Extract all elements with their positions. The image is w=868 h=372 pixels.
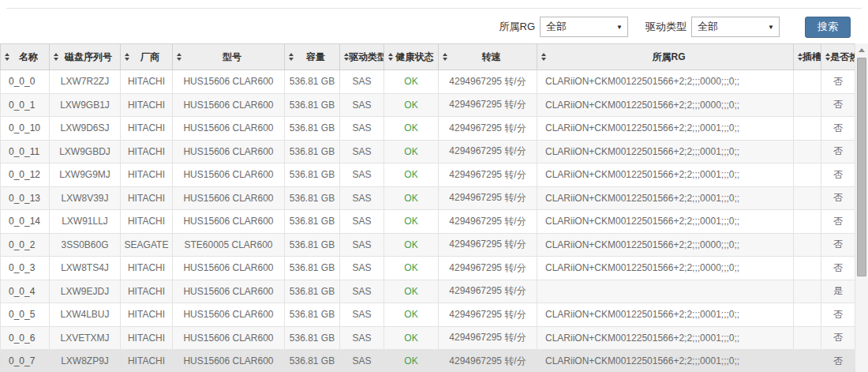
col-header-label: 型号 xyxy=(173,51,284,64)
cell-slot xyxy=(794,257,821,280)
filter-bar: 所属RG 全部 ▼ 驱动类型 全部 ▼ 搜索 xyxy=(6,8,862,43)
disk-table-wrap: 名称磁盘序列号厂商型号容量驱动类型健康状态转速所属RG插槽号是否热备盘 0_0_… xyxy=(0,43,868,372)
cell-health: OK xyxy=(384,70,439,94)
cell-model: HUS15606 CLAR600 xyxy=(173,186,285,210)
cell-speed: 4294967295 转/分 xyxy=(439,326,537,350)
vertical-scrollbar[interactable] xyxy=(855,43,868,372)
cell-drive_type: SAS xyxy=(340,163,384,187)
cell-model: HUS15606 CLAR600 xyxy=(173,257,285,280)
col-header-hot_spare[interactable]: 是否热备盘 xyxy=(821,44,855,70)
scrollbar-up-arrow-icon[interactable] xyxy=(855,43,868,56)
cell-model: HUS15606 CLAR600 xyxy=(173,350,285,372)
cell-name: 0_0_12 xyxy=(1,163,50,187)
cell-name: 0_0_1 xyxy=(1,93,50,117)
col-header-drive_type[interactable]: 驱动类型 xyxy=(340,44,384,70)
col-header-serial[interactable]: 磁盘序列号 xyxy=(50,44,121,70)
cell-name: 0_0_13 xyxy=(1,186,50,210)
cell-health: OK xyxy=(384,163,439,187)
sort-icon xyxy=(54,53,58,61)
cell-serial: LXVETXMJ xyxy=(50,326,121,350)
cell-capacity: 536.81 GB xyxy=(285,326,340,350)
cell-drive_type: SAS xyxy=(340,233,384,257)
cell-health: OK xyxy=(384,140,439,163)
table-row[interactable]: 0_0_3LXW8TS4JHITACHIHUS15606 CLAR600536.… xyxy=(1,257,855,280)
col-header-name[interactable]: 名称 xyxy=(1,44,50,70)
cell-name: 0_0_2 xyxy=(1,233,50,257)
cell-vendor: HITACHI xyxy=(121,70,173,94)
sort-icon xyxy=(177,53,181,61)
cell-hot_spare: 否 xyxy=(821,350,855,372)
table-row[interactable]: 0_0_4LXW9EJDJHITACHIHUS15606 CLAR600536.… xyxy=(1,280,855,303)
col-header-model[interactable]: 型号 xyxy=(173,44,285,70)
col-header-label: 所属RG xyxy=(537,51,793,64)
cell-speed: 4294967295 转/分 xyxy=(439,280,537,303)
scrollbar-thumb[interactable] xyxy=(857,58,866,276)
cell-capacity: 536.81 GB xyxy=(285,117,340,141)
drive-type-filter-select[interactable]: 全部 ▼ xyxy=(691,17,780,37)
table-row[interactable]: 0_0_14LXW91LLJHITACHIHUS15606 CLAR600536… xyxy=(1,210,855,234)
cell-drive_type: SAS xyxy=(340,280,384,303)
cell-name: 0_0_14 xyxy=(1,210,50,234)
cell-drive_type: SAS xyxy=(340,70,384,94)
cell-vendor: HITACHI xyxy=(121,350,173,372)
col-header-speed[interactable]: 转速 xyxy=(439,44,537,70)
cell-speed: 4294967295 转/分 xyxy=(439,350,537,372)
cell-slot xyxy=(794,210,821,234)
cell-serial: LXW7R2ZJ xyxy=(50,70,121,94)
cell-slot xyxy=(794,233,821,257)
cell-rg: CLARiiON+CKM00122501566+2;2;;;0001;;;0;; xyxy=(537,350,794,372)
col-header-vendor[interactable]: 厂商 xyxy=(121,44,173,70)
cell-serial: LXW9GBDJ xyxy=(50,140,121,163)
cell-rg: CLARiiON+CKM00122501566+2;2;;;0001;;;0;; xyxy=(537,186,794,210)
cell-hot_spare: 否 xyxy=(821,326,855,350)
cell-speed: 4294967295 转/分 xyxy=(439,163,537,187)
cell-rg: CLARiiON+CKM00122501566+2;2;;;0000;;;0;; xyxy=(537,233,794,257)
cell-vendor: HITACHI xyxy=(121,163,173,187)
col-header-rg[interactable]: 所属RG xyxy=(537,44,794,70)
table-row[interactable]: 0_0_0LXW7R2ZJHITACHIHUS15606 CLAR600536.… xyxy=(1,70,855,94)
cell-rg: CLARiiON+CKM00122501566+2;2;;;0001;;;0;; xyxy=(537,117,794,141)
table-row[interactable]: 0_0_13LXW8V39JHITACHIHUS15606 CLAR600536… xyxy=(1,186,855,210)
sort-icon xyxy=(5,53,9,61)
sort-icon xyxy=(388,53,393,61)
rg-filter-select[interactable]: 全部 ▼ xyxy=(540,17,628,37)
cell-model: STE60005 CLAR600 xyxy=(173,233,285,257)
cell-health: OK xyxy=(384,93,439,117)
col-header-label: 磁盘序列号 xyxy=(50,51,120,64)
cell-health: OK xyxy=(384,257,439,280)
cell-speed: 4294967295 转/分 xyxy=(439,186,537,210)
table-row[interactable]: 0_0_5LXW4LBUJHITACHIHUS15606 CLAR600536.… xyxy=(1,303,855,327)
search-button[interactable]: 搜索 xyxy=(805,17,851,38)
cell-vendor: HITACHI xyxy=(121,186,173,210)
cell-drive_type: SAS xyxy=(340,350,384,372)
sort-icon xyxy=(825,53,830,61)
table-row[interactable]: 0_0_1LXW9GB1JHITACHIHUS15606 CLAR600536.… xyxy=(1,93,855,117)
table-row[interactable]: 0_0_10LXW9D6SJHITACHIHUS15606 CLAR600536… xyxy=(1,117,855,141)
cell-capacity: 536.81 GB xyxy=(285,70,340,94)
cell-slot xyxy=(794,280,821,303)
table-row[interactable]: 0_0_7LXW8ZP9JHITACHIHUS15606 CLAR600536.… xyxy=(1,350,855,372)
cell-serial: LXW8TS4J xyxy=(50,257,121,280)
cell-rg xyxy=(537,280,794,303)
cell-rg: CLARiiON+CKM00122501566+2;2;;;0000;;;0;; xyxy=(537,257,794,280)
cell-serial: LXW4LBUJ xyxy=(50,303,121,327)
cell-serial: LXW9GB1J xyxy=(50,93,121,117)
cell-hot_spare: 否 xyxy=(821,257,855,280)
col-header-capacity[interactable]: 容量 xyxy=(285,44,340,70)
table-row[interactable]: 0_0_12LXW9G9MJHITACHIHUS15606 CLAR600536… xyxy=(1,163,855,187)
table-row[interactable]: 0_0_6LXVETXMJHITACHIHUS15606 CLAR600536.… xyxy=(1,326,855,350)
cell-slot xyxy=(794,350,821,372)
table-row[interactable]: 0_0_11LXW9GBDJHITACHIHUS15606 CLAR600536… xyxy=(1,140,855,163)
col-header-health[interactable]: 健康状态 xyxy=(384,44,439,70)
cell-serial: LXW9D6SJ xyxy=(50,117,121,141)
cell-hot_spare: 否 xyxy=(821,303,855,327)
col-header-slot[interactable]: 插槽号 xyxy=(794,44,821,70)
cell-serial: LXW91LLJ xyxy=(50,210,121,234)
table-row[interactable]: 0_0_23SS0B60GSEAGATESTE60005 CLAR600536.… xyxy=(1,233,855,257)
cell-capacity: 536.81 GB xyxy=(285,163,340,187)
cell-capacity: 536.81 GB xyxy=(285,233,340,257)
cell-speed: 4294967295 转/分 xyxy=(439,93,537,117)
table-header-row: 名称磁盘序列号厂商型号容量驱动类型健康状态转速所属RG插槽号是否热备盘 xyxy=(1,44,855,70)
cell-health: OK xyxy=(384,326,439,350)
cell-vendor: HITACHI xyxy=(121,210,173,234)
